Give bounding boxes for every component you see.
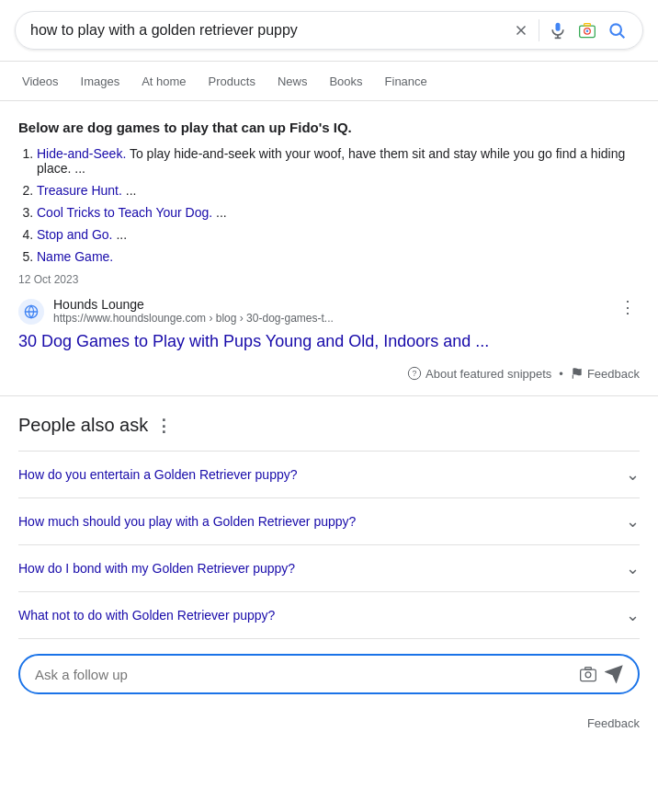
- svg-point-16: [585, 672, 591, 678]
- chevron-down-icon: ⌄: [626, 558, 640, 578]
- snippet-list: Hide-and-Seek. To play hide-and-seek wit…: [18, 146, 640, 264]
- tab-products[interactable]: Products: [198, 65, 267, 100]
- paa-item-3[interactable]: How do I bond with my Golden Retriever p…: [18, 544, 640, 591]
- snippet-text-1: To play hide-and-seek with your woof, ha…: [37, 146, 625, 176]
- list-item: Name Game.: [37, 249, 640, 264]
- search-icon: [607, 21, 626, 40]
- tab-finance[interactable]: Finance: [374, 65, 438, 100]
- clear-button[interactable]: [511, 20, 531, 40]
- close-icon: [513, 22, 529, 39]
- result-link[interactable]: 30 Dog Games to Play with Pups Young and…: [18, 332, 640, 351]
- paa-question-2: How much should you play with a Golden R…: [18, 514, 356, 529]
- followup-lens-button[interactable]: [579, 665, 597, 683]
- chevron-down-icon: ⌄: [626, 464, 640, 485]
- followup-box: [18, 654, 640, 694]
- snippet-feedback-button[interactable]: Feedback: [571, 367, 640, 381]
- snippet-link-4[interactable]: Stop and Go.: [37, 227, 113, 242]
- tab-news[interactable]: News: [267, 65, 319, 100]
- paa-question-1: How do you entertain a Golden Retriever …: [18, 467, 298, 482]
- followup-input[interactable]: [35, 667, 572, 682]
- snippet-text-4: ...: [113, 227, 128, 242]
- snippet-text-3: ...: [212, 205, 227, 220]
- source-more-button[interactable]: ⋮: [616, 297, 640, 317]
- paa-title: People also ask: [18, 415, 148, 436]
- snippet-link-1[interactable]: Hide-and-Seek.: [37, 146, 126, 161]
- paa-item-1[interactable]: How do you entertain a Golden Retriever …: [18, 451, 640, 497]
- tab-videos[interactable]: Videos: [11, 65, 70, 100]
- lens-button[interactable]: [576, 19, 598, 41]
- snippet-title: Below are dog games to play that can up …: [18, 120, 640, 135]
- paa-question-4: What not to do with Golden Retriever pup…: [18, 608, 275, 623]
- paa-item-2[interactable]: How much should you play with a Golden R…: [18, 497, 640, 544]
- svg-rect-8: [584, 24, 591, 27]
- about-label: About featured snippets: [425, 367, 551, 381]
- search-button[interactable]: [606, 19, 628, 41]
- svg-rect-2: [556, 23, 561, 31]
- source-url: https://www.houndslounge.com › blog › 30…: [53, 312, 607, 325]
- divider: [539, 19, 539, 41]
- svg-text:?: ?: [413, 369, 417, 378]
- list-item: Cool Tricks to Teach Your Dog. ...: [37, 205, 640, 220]
- feedback-label: Feedback: [587, 367, 640, 381]
- svg-point-7: [586, 30, 589, 33]
- microphone-icon: [549, 21, 567, 40]
- snippet-text-2: ...: [122, 183, 137, 198]
- tab-books[interactable]: Books: [318, 65, 373, 100]
- list-item: Treasure Hunt. ...: [37, 183, 640, 198]
- paa-question-3: How do I bond with my Golden Retriever p…: [18, 561, 295, 576]
- bottom-feedback-button[interactable]: Feedback: [587, 716, 640, 730]
- search-bar: [15, 11, 643, 50]
- camera-icon: [578, 21, 596, 40]
- svg-line-10: [620, 34, 625, 39]
- bottom-feedback: Feedback: [0, 709, 658, 745]
- nav-tabs: Videos Images At home Products News Book…: [0, 62, 658, 101]
- send-icon: [605, 665, 623, 683]
- chevron-down-icon: ⌄: [626, 605, 640, 625]
- snippet-link-5[interactable]: Name Game.: [37, 249, 113, 264]
- tab-at-home[interactable]: At home: [130, 65, 197, 100]
- flag-icon: [571, 367, 584, 380]
- paa-item-4[interactable]: What not to do with Golden Retriever pup…: [18, 591, 640, 639]
- source-favicon: [18, 299, 44, 325]
- list-item: Stop and Go. ...: [37, 227, 640, 242]
- svg-marker-19: [607, 667, 622, 682]
- dot-separator: •: [559, 367, 563, 381]
- snippet-link-3[interactable]: Cool Tricks to Teach Your Dog.: [37, 205, 212, 220]
- lens-small-icon: [579, 665, 597, 683]
- snippet-date: 12 Oct 2023: [18, 273, 640, 286]
- paa-section: People also ask ⋮ How do you entertain a…: [0, 396, 658, 639]
- followup-send-button[interactable]: [605, 665, 623, 683]
- about-row: ? About featured snippets • Feedback: [18, 359, 640, 384]
- featured-snippet: Below are dog games to play that can up …: [0, 101, 658, 396]
- followup-container: [0, 639, 658, 709]
- source-row: Hounds Lounge https://www.houndslounge.c…: [18, 297, 640, 325]
- search-input[interactable]: [30, 22, 504, 39]
- globe-icon: [24, 304, 39, 319]
- search-bar-container: [0, 0, 658, 62]
- source-info: Hounds Lounge https://www.houndslounge.c…: [53, 297, 607, 325]
- svg-rect-15: [581, 669, 596, 681]
- help-icon: ?: [407, 366, 422, 381]
- snippet-link-2[interactable]: Treasure Hunt.: [37, 183, 122, 198]
- list-item: Hide-and-Seek. To play hide-and-seek wit…: [37, 146, 640, 176]
- svg-point-9: [610, 24, 621, 35]
- svg-rect-17: [585, 668, 592, 670]
- tab-images[interactable]: Images: [70, 65, 131, 100]
- paa-header: People also ask ⋮: [18, 415, 640, 436]
- source-name: Hounds Lounge: [53, 297, 607, 312]
- about-snippets-button[interactable]: ? About featured snippets: [407, 366, 551, 381]
- chevron-down-icon: ⌄: [626, 511, 640, 532]
- voice-search-button[interactable]: [547, 19, 569, 41]
- paa-more-button[interactable]: ⋮: [155, 416, 172, 436]
